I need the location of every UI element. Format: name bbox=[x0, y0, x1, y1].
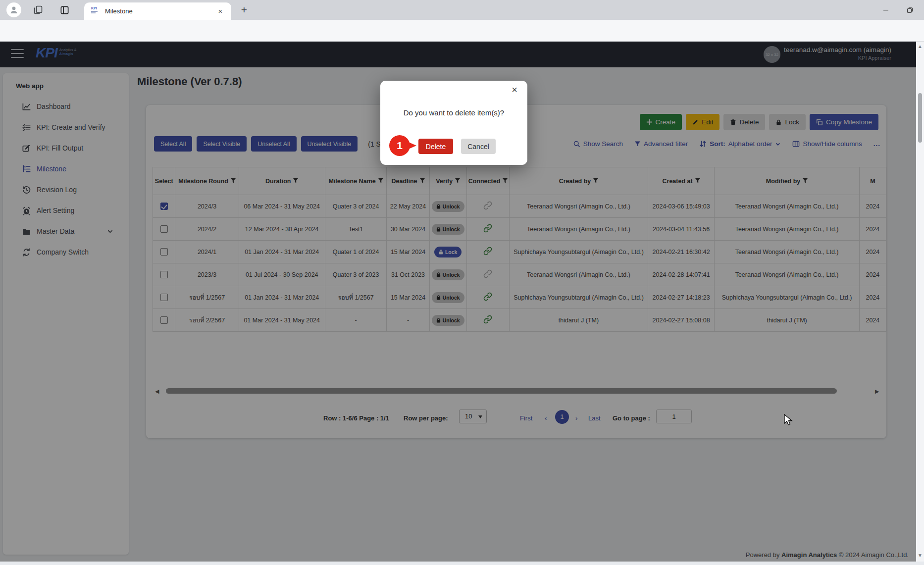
new-tab-button[interactable]: + bbox=[238, 3, 251, 16]
browser-tab-milestone[interactable]: KPI Milestone × bbox=[84, 2, 231, 20]
step-annotation-badge: 1 bbox=[389, 135, 410, 156]
scroll-up-icon[interactable]: ▲ bbox=[918, 44, 923, 49]
browser-tab-strip: KPI Milestone × + bbox=[0, 0, 924, 20]
browser-toolbar: https://kpi.aimagin.com/?_appId=app_1702… bbox=[0, 20, 924, 42]
profile-icon bbox=[9, 5, 19, 15]
mouse-cursor bbox=[784, 414, 795, 428]
tab-favicon-icon: KPI bbox=[91, 6, 101, 16]
dialog-message: Do you want to delete item(s)? bbox=[380, 108, 527, 117]
browser-profile-button[interactable] bbox=[6, 2, 21, 17]
workspaces-icon[interactable] bbox=[33, 4, 44, 15]
tab-actions-icon[interactable] bbox=[59, 4, 70, 15]
window-minimize-button[interactable] bbox=[878, 5, 893, 15]
tab-title: Milestone bbox=[105, 7, 133, 15]
delete-confirm-dialog: × Do you want to delete item(s)? Delete … bbox=[380, 81, 527, 165]
screen: KPI Milestone × + https://kpi.aimagin.co… bbox=[0, 0, 924, 565]
vertical-scroll-thumb[interactable] bbox=[918, 93, 922, 143]
dialog-delete-button[interactable]: Delete bbox=[418, 139, 453, 154]
scroll-down-icon[interactable]: ▼ bbox=[918, 553, 923, 558]
window-bottom-edge bbox=[0, 562, 924, 565]
window-restore-button[interactable] bbox=[902, 5, 917, 15]
dialog-cancel-button[interactable]: Cancel bbox=[461, 139, 496, 154]
dialog-close-icon[interactable]: × bbox=[509, 84, 520, 96]
vertical-scrollbar: ▲ ▼ bbox=[916, 42, 924, 562]
tab-close-icon[interactable]: × bbox=[215, 6, 225, 16]
